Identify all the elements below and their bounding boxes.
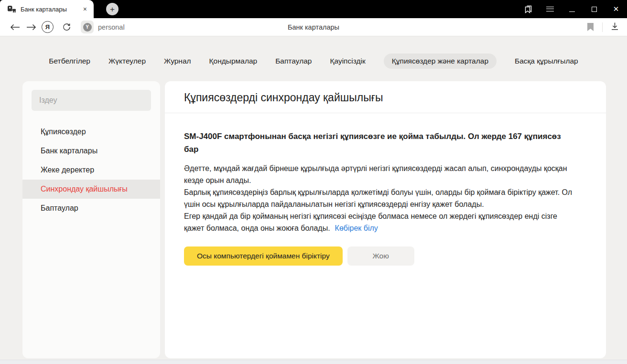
sidebar-item[interactable]: Құпиясөздер bbox=[22, 122, 160, 141]
forward-button[interactable] bbox=[23, 20, 39, 34]
back-button[interactable] bbox=[7, 20, 23, 34]
new-tab-button[interactable]: + bbox=[106, 3, 119, 15]
bookmark-flag-icon bbox=[587, 23, 594, 31]
browser-tab[interactable]: Банк карталары × bbox=[0, 0, 94, 18]
maximize-icon bbox=[592, 7, 597, 12]
sidebar: ҚұпиясөздерБанк карталарыЖеке деректерСи… bbox=[22, 81, 160, 358]
main-panel: Құпиясөздерді синхрондау қайшылығы SM-J4… bbox=[165, 81, 606, 358]
browser-titlebar: Банк карталары × + ✕ bbox=[0, 0, 627, 18]
learn-more-link[interactable]: Көбірек білу bbox=[335, 224, 378, 232]
sidebar-item[interactable]: Жеке деректер bbox=[22, 161, 160, 180]
merge-storage-button[interactable]: Осы компьютердегі қоймамен біріктіру bbox=[184, 246, 343, 266]
close-window-icon: ✕ bbox=[613, 5, 619, 13]
page-heading: Құпиясөздерді синхрондау қайшылығы bbox=[184, 91, 587, 104]
refresh-icon bbox=[63, 23, 71, 31]
description-paragraph: Барлық құпиясөздеріңіз барлық құрылғылар… bbox=[184, 186, 573, 210]
sidebar-item[interactable]: Банк карталары bbox=[22, 141, 160, 161]
protect-shield-icon: Y bbox=[83, 23, 92, 32]
download-icon bbox=[610, 22, 619, 31]
maximize-window-button[interactable] bbox=[583, 0, 605, 18]
close-window-button[interactable]: ✕ bbox=[605, 0, 627, 18]
panels-icon bbox=[524, 5, 533, 14]
browser-toolbar: Я Y personal Банк карталары bbox=[0, 18, 627, 36]
yandex-logo-icon[interactable]: Я bbox=[42, 21, 54, 33]
titlebar-drag-area bbox=[119, 0, 517, 18]
tab-title: Банк карталары bbox=[21, 6, 76, 13]
key-favicon-icon bbox=[8, 6, 16, 13]
protect-label: personal bbox=[98, 23, 125, 31]
sidebar-item[interactable]: Синхрондау қайшылығы bbox=[22, 180, 160, 199]
sidebar-list: ҚұпиясөздерБанк карталарыЖеке деректерСи… bbox=[22, 122, 160, 218]
minimize-window-button[interactable] bbox=[561, 0, 583, 18]
conflict-description: Әдетте, мұндай жағдай бірнеше құрылғыда … bbox=[184, 162, 573, 234]
description-paragraph: Егер қандай да бір қойманың негізгі құпи… bbox=[184, 210, 573, 234]
tab-close-icon[interactable]: × bbox=[81, 4, 89, 14]
toolbar-divider bbox=[602, 22, 603, 32]
settings-nav-tab[interactable]: Журнал bbox=[164, 54, 191, 69]
back-arrow-icon bbox=[10, 24, 20, 31]
refresh-button[interactable] bbox=[58, 20, 75, 34]
settings-nav-tab[interactable]: Жүктеулер bbox=[108, 54, 146, 69]
side-panels-button[interactable] bbox=[517, 0, 539, 18]
delete-storage-button[interactable]: Жою bbox=[347, 246, 414, 266]
downloads-button[interactable] bbox=[609, 21, 620, 33]
forward-arrow-icon bbox=[26, 24, 36, 31]
settings-nav-tab[interactable]: Басқа құрылғылар bbox=[515, 54, 578, 69]
settings-nav-tab[interactable]: Қондырмалар bbox=[209, 54, 258, 69]
settings-nav-tab[interactable]: Баптаулар bbox=[275, 54, 312, 69]
settings-nav: БетбелгілерЖүктеулерЖурналҚондырмаларБап… bbox=[0, 36, 627, 81]
settings-nav-tab[interactable]: Құпиясөздер және карталар bbox=[384, 54, 497, 69]
settings-content: ҚұпиясөздерБанк карталарыЖеке деректерСи… bbox=[0, 81, 627, 358]
sidebar-item[interactable]: Баптаулар bbox=[22, 199, 160, 218]
bookmark-button[interactable] bbox=[585, 21, 595, 33]
minimize-icon bbox=[569, 11, 575, 12]
search-input[interactable] bbox=[32, 90, 151, 111]
conflict-alert-title: SM-J400F смартфонынан басқа негізгі құпи… bbox=[184, 130, 573, 156]
protect-badge[interactable]: Y personal bbox=[81, 21, 125, 33]
settings-nav-tab[interactable]: Қауіпсіздік bbox=[330, 54, 365, 69]
browser-menu-button[interactable] bbox=[539, 0, 561, 18]
window-bottom-edge bbox=[0, 360, 627, 364]
settings-nav-tab[interactable]: Бетбелгілер bbox=[49, 54, 90, 69]
hamburger-menu-icon bbox=[546, 7, 554, 11]
description-paragraph: Әдетте, мұндай жағдай бірнеше құрылғыда … bbox=[184, 162, 573, 186]
